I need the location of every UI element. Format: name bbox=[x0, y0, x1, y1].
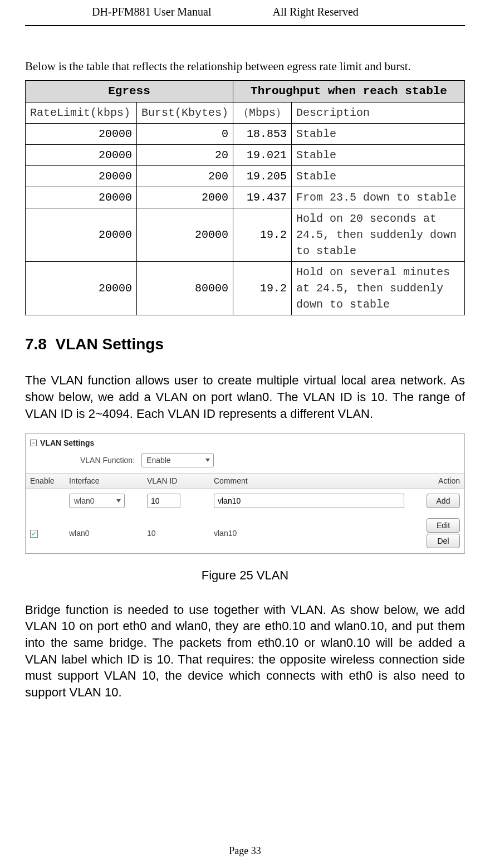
interface-dropdown[interactable]: wlan0 bbox=[69, 494, 125, 508]
cell-rate: 20000 bbox=[26, 124, 137, 145]
table-row: 20000 0 18.853 Stable bbox=[26, 124, 465, 145]
header-right: All Right Reserved bbox=[272, 6, 358, 18]
cell-desc: Stable bbox=[292, 145, 465, 166]
cell-rate: 20000 bbox=[26, 166, 137, 187]
page-header: DH-PFM881 User Manual All Right Reserved bbox=[92, 6, 437, 18]
row-interface: wlan0 bbox=[69, 529, 147, 538]
cell-desc: Hold on 20 seconds at 24.5, then suddenl… bbox=[292, 208, 465, 262]
paragraph-2: Bridge function is needed to use togethe… bbox=[25, 602, 465, 701]
section-heading: 7.8 VLAN Settings bbox=[25, 335, 465, 353]
egress-table: Egress Throughput when reach stable Rate… bbox=[25, 80, 465, 315]
table-group-header-row: Egress Throughput when reach stable bbox=[26, 81, 465, 103]
cell-burst: 200 bbox=[137, 166, 233, 187]
col-mbps-header: （Mbps） bbox=[233, 103, 292, 124]
cell-rate: 20000 bbox=[26, 262, 137, 315]
col-enable: Enable bbox=[30, 476, 69, 485]
vlan-function-row: VLAN Function: Enable bbox=[26, 451, 464, 473]
del-button[interactable]: Del bbox=[427, 534, 460, 548]
vlan-grid-header: Enable Interface VLAN ID Comment Action bbox=[26, 473, 464, 489]
table-row: 20000 20000 19.2 Hold on 20 seconds at 2… bbox=[26, 208, 465, 262]
vlan-function-value: Enable bbox=[146, 456, 171, 465]
throughput-group-header: Throughput when reach stable bbox=[233, 81, 465, 103]
cell-mbps: 19.021 bbox=[233, 145, 292, 166]
vlan-input-row: wlan0 Add bbox=[26, 489, 464, 513]
cell-burst: 0 bbox=[137, 124, 233, 145]
cell-rate: 20000 bbox=[26, 208, 137, 262]
collapse-icon[interactable]: − bbox=[30, 440, 37, 446]
paragraph-1: The VLAN function allows user to create … bbox=[25, 372, 465, 422]
edit-button[interactable]: Edit bbox=[427, 518, 460, 533]
cell-mbps: 18.853 bbox=[233, 124, 292, 145]
col-burst-header: Burst(Kbytes) bbox=[137, 103, 233, 124]
egress-group-header: Egress bbox=[26, 81, 233, 103]
cell-desc: Hold on several minutes at 24.5, then su… bbox=[292, 262, 465, 315]
vlan-settings-panel: − VLAN Settings VLAN Function: Enable En… bbox=[25, 433, 465, 554]
cell-desc: Stable bbox=[292, 166, 465, 187]
intro-text: Below is the table that reflects the rel… bbox=[25, 60, 465, 74]
vlan-data-row: ✓ wlan0 10 vlan10 Edit Del bbox=[26, 513, 464, 553]
cell-mbps: 19.437 bbox=[233, 187, 292, 208]
cell-mbps: 19.2 bbox=[233, 262, 292, 315]
table-subheader-row: RateLimit(kbps) Burst(Kbytes) （Mbps） Des… bbox=[26, 103, 465, 124]
header-left: DH-PFM881 User Manual bbox=[92, 6, 211, 18]
col-vlanid: VLAN ID bbox=[147, 476, 214, 485]
vlan-panel-title: VLAN Settings bbox=[40, 438, 94, 447]
page-number: Page 33 bbox=[0, 845, 490, 857]
comment-input[interactable] bbox=[214, 494, 404, 508]
cell-rate: 20000 bbox=[26, 187, 137, 208]
vlan-function-dropdown[interactable]: Enable bbox=[141, 453, 214, 467]
cell-burst: 20000 bbox=[137, 208, 233, 262]
cell-mbps: 19.2 bbox=[233, 208, 292, 262]
interface-value: wlan0 bbox=[74, 496, 95, 505]
col-comment: Comment bbox=[214, 476, 404, 485]
row-vlanid: 10 bbox=[147, 529, 214, 538]
vlan-panel-header[interactable]: − VLAN Settings bbox=[26, 434, 464, 451]
col-rate-header: RateLimit(kbps) bbox=[26, 103, 137, 124]
table-row: 20000 80000 19.2 Hold on several minutes… bbox=[26, 262, 465, 315]
cell-burst: 2000 bbox=[137, 187, 233, 208]
header-rule bbox=[25, 25, 465, 26]
col-interface: Interface bbox=[69, 476, 147, 485]
cell-rate: 20000 bbox=[26, 145, 137, 166]
vlan-function-label: VLAN Function: bbox=[80, 456, 135, 465]
cell-burst: 80000 bbox=[137, 262, 233, 315]
cell-desc: From 23.5 down to stable bbox=[292, 187, 465, 208]
table-row: 20000 200 19.205 Stable bbox=[26, 166, 465, 187]
cell-mbps: 19.205 bbox=[233, 166, 292, 187]
add-button[interactable]: Add bbox=[427, 494, 460, 508]
cell-desc: Stable bbox=[292, 124, 465, 145]
figure-caption: Figure 25 VLAN bbox=[25, 568, 465, 583]
cell-burst: 20 bbox=[137, 145, 233, 166]
table-row: 20000 2000 19.437 From 23.5 down to stab… bbox=[26, 187, 465, 208]
enable-checkbox[interactable]: ✓ bbox=[30, 530, 38, 538]
section-title-text: VLAN Settings bbox=[56, 335, 164, 353]
col-action: Action bbox=[404, 476, 460, 485]
table-row: 20000 20 19.021 Stable bbox=[26, 145, 465, 166]
chevron-down-icon bbox=[116, 499, 121, 503]
row-comment: vlan10 bbox=[214, 529, 404, 538]
vlanid-input[interactable] bbox=[147, 494, 180, 508]
chevron-down-icon bbox=[205, 459, 210, 462]
section-number: 7.8 bbox=[25, 335, 47, 353]
col-desc-header: Description bbox=[292, 103, 465, 124]
